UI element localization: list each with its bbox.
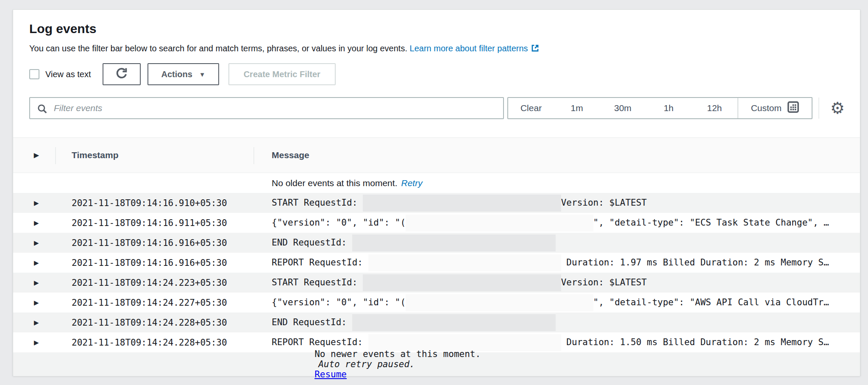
- log-timestamp: 2021-11-18T09:14:16.916+05:30: [55, 258, 253, 268]
- log-message: END RequestId:: [253, 314, 860, 331]
- create-metric-filter-label: Create Metric Filter: [244, 70, 320, 79]
- refresh-button[interactable]: [103, 63, 141, 85]
- time-range-custom[interactable]: Custom: [737, 98, 812, 118]
- expand-row-icon[interactable]: ▶: [34, 319, 39, 326]
- message-suffix: ", "detail-type": "AWS API Call via Clou…: [593, 297, 829, 307]
- expand-row-icon[interactable]: ▶: [34, 219, 39, 227]
- log-message: REPORT RequestId: Duration: 1.97 ms Bill…: [253, 254, 860, 271]
- table-header: ▶ Timestamp Message: [13, 137, 860, 173]
- redacted-request-id: [406, 294, 593, 311]
- message-suffix: Version: $LATEST: [561, 198, 647, 208]
- message-prefix: START RequestId:: [272, 198, 363, 208]
- log-events-table: ▶ Timestamp Message No older events at t…: [13, 137, 860, 376]
- column-divider: [55, 147, 56, 164]
- time-range-label: Custom: [751, 103, 782, 113]
- toolbar: View as text Actions ▼ Create Metric Fil…: [29, 63, 336, 85]
- description-text: You can use the filter bar below to sear…: [29, 44, 407, 53]
- time-range-label: 1h: [664, 103, 673, 113]
- log-timestamp: 2021-11-18T09:14:16.911+05:30: [55, 218, 253, 228]
- timestamp-column-header[interactable]: Timestamp: [55, 150, 253, 160]
- column-divider: [253, 147, 254, 164]
- log-event-row[interactable]: ▶ 2021-11-18T09:14:16.916+05:30 END Requ…: [13, 233, 860, 253]
- retry-link[interactable]: Retry: [401, 178, 422, 188]
- no-older-events-text: No older events at this moment.: [272, 178, 397, 188]
- message-prefix: START RequestId:: [272, 277, 363, 287]
- search-icon: [37, 103, 48, 114]
- learn-more-label: Learn more about filter patterns: [410, 44, 528, 53]
- log-event-row[interactable]: ▶ 2021-11-18T09:14:16.910+05:30 START Re…: [13, 193, 860, 213]
- time-range-label: Clear: [520, 103, 542, 113]
- page-title: Log events: [29, 22, 96, 36]
- redacted-request-id: [363, 274, 561, 291]
- expand-row-icon[interactable]: ▶: [34, 199, 39, 207]
- redacted-request-id: [368, 254, 561, 271]
- page-description: You can use the filter bar below to sear…: [29, 44, 540, 55]
- settings-button[interactable]: ⚙: [830, 100, 845, 116]
- message-column-header[interactable]: Message: [253, 150, 860, 160]
- log-message: START RequestId: Version: $LATEST: [253, 274, 860, 291]
- log-message: {"version": "0", "id": "(", "detail-type…: [253, 215, 860, 232]
- divider: [818, 98, 819, 119]
- log-event-row[interactable]: ▶ 2021-11-18T09:14:16.911+05:30 {"versio…: [13, 213, 860, 233]
- create-metric-filter-button[interactable]: Create Metric Filter: [228, 63, 336, 85]
- time-range-label: 12h: [707, 103, 722, 113]
- auto-retry-paused-text: Auto retry paused.: [318, 359, 415, 369]
- learn-more-link[interactable]: Learn more about filter patterns: [410, 44, 540, 53]
- log-timestamp: 2021-11-18T09:14:24.227+05:30: [55, 298, 253, 308]
- message-prefix: END RequestId:: [272, 317, 352, 327]
- expand-row-icon[interactable]: ▶: [34, 239, 39, 247]
- redacted-request-id: [352, 314, 556, 331]
- time-range-clear[interactable]: Clear: [508, 98, 554, 118]
- view-as-text-checkbox[interactable]: [29, 69, 39, 79]
- no-newer-events-row: No newer events at this moment. Auto ret…: [13, 352, 860, 376]
- view-as-text-label: View as text: [45, 70, 91, 79]
- log-event-row[interactable]: ▶ 2021-11-18T09:14:24.227+05:30 {"versio…: [13, 293, 860, 312]
- calendar-icon: [787, 101, 799, 115]
- expand-row-icon[interactable]: ▶: [34, 259, 39, 267]
- log-message: END RequestId:: [253, 234, 860, 251]
- redacted-request-id: [363, 195, 561, 212]
- time-range-1m[interactable]: 1m: [554, 98, 600, 118]
- expand-all-icon[interactable]: ▶: [34, 151, 39, 159]
- log-table-body: ▶ 2021-11-18T09:14:16.910+05:30 START Re…: [13, 193, 860, 352]
- chevron-down-icon: ▼: [199, 71, 206, 78]
- time-range-12h[interactable]: 12h: [692, 98, 737, 118]
- message-prefix: END RequestId:: [272, 237, 352, 248]
- filter-row: Clear1m30m1h12hCustom ⚙: [29, 97, 845, 119]
- log-event-row[interactable]: ▶ 2021-11-18T09:14:24.223+05:30 START Re…: [13, 273, 860, 293]
- log-events-panel: Log events You can use the filter bar be…: [13, 9, 860, 376]
- log-timestamp: 2021-11-18T09:14:16.910+05:30: [55, 198, 253, 208]
- external-link-icon: [531, 44, 540, 55]
- message-prefix: {"version": "0", "id": "(: [272, 218, 406, 228]
- log-timestamp: 2021-11-18T09:14:16.916+05:30: [55, 238, 253, 248]
- message-prefix: REPORT RequestId:: [272, 257, 368, 268]
- expand-row-icon[interactable]: ▶: [34, 299, 39, 307]
- time-range-1h[interactable]: 1h: [645, 98, 691, 118]
- message-prefix: {"version": "0", "id": "(: [272, 297, 406, 307]
- message-suffix: Duration: 1.97 ms Billed Duration: 2 ms …: [561, 257, 829, 268]
- expand-row-icon[interactable]: ▶: [34, 339, 39, 346]
- log-message: START RequestId: Version: $LATEST: [253, 195, 860, 212]
- message-suffix: Version: $LATEST: [561, 277, 647, 287]
- gear-icon: ⚙: [830, 99, 845, 117]
- no-newer-events-text: No newer events at this moment.: [314, 349, 481, 359]
- filter-events-searchbox: [29, 97, 504, 119]
- log-message: {"version": "0", "id": "(", "detail-type…: [253, 294, 860, 311]
- redacted-request-id: [352, 234, 556, 251]
- actions-label: Actions: [161, 70, 192, 79]
- filter-events-input[interactable]: [54, 98, 499, 118]
- actions-button[interactable]: Actions ▼: [147, 63, 219, 85]
- resume-link[interactable]: Resume: [314, 369, 347, 379]
- refresh-icon: [115, 67, 128, 82]
- time-range-label: 1m: [571, 103, 583, 113]
- time-range-segment: Clear1m30m1h12hCustom: [507, 97, 812, 119]
- expand-row-icon[interactable]: ▶: [34, 279, 39, 287]
- log-timestamp: 2021-11-18T09:14:24.228+05:30: [55, 338, 253, 348]
- log-timestamp: 2021-11-18T09:14:24.228+05:30: [55, 318, 253, 328]
- log-event-row[interactable]: ▶ 2021-11-18T09:14:16.916+05:30 REPORT R…: [13, 253, 860, 273]
- time-range-30m[interactable]: 30m: [600, 98, 645, 118]
- redacted-request-id: [406, 215, 593, 232]
- log-event-row[interactable]: ▶ 2021-11-18T09:14:24.228+05:30 END Requ…: [13, 312, 860, 332]
- time-range-label: 30m: [614, 103, 632, 113]
- log-timestamp: 2021-11-18T09:14:24.223+05:30: [55, 278, 253, 288]
